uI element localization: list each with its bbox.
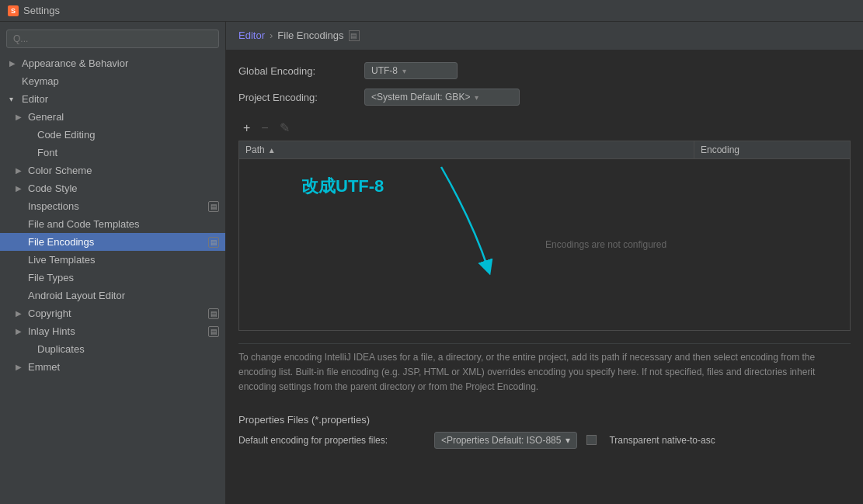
arrow-icon: ▶ <box>16 309 25 318</box>
breadcrumb-icon: ▤ <box>349 30 360 41</box>
table-body: Encodings are not configured 改成UTF-8 <box>239 159 850 330</box>
global-encoding-row: Global Encoding: UTF-8 ▾ <box>238 62 851 79</box>
arrow-icon: ▶ <box>16 184 25 193</box>
sidebar-label: File and Code Templates <box>28 218 219 230</box>
transparent-label: Transparent native-to-asc <box>609 435 715 446</box>
sidebar-label: Inspections <box>28 200 205 212</box>
sidebar-item-duplicates[interactable]: ▶Duplicates <box>0 340 225 358</box>
sidebar: ▶Appearance & Behavior▶Keymap▾Editor▶Gen… <box>0 22 226 504</box>
global-encoding-chevron: ▾ <box>402 67 406 75</box>
search-input[interactable] <box>6 30 219 48</box>
breadcrumb-parent[interactable]: Editor <box>238 30 265 41</box>
arrow-icon: ▶ <box>16 166 25 175</box>
sidebar-label: Code Style <box>28 182 219 194</box>
project-encoding-row: Project Encoding: <System Default: GBK> … <box>238 89 851 106</box>
project-encoding-value: <System Default: GBK> <box>371 92 470 103</box>
sidebar-label: Emmet <box>28 361 219 373</box>
breadcrumb-separator: › <box>270 30 273 41</box>
sidebar-item-code-style[interactable]: ▶Code Style <box>0 179 225 197</box>
sidebar-label: Live Templates <box>28 254 219 266</box>
window-title: Settings <box>23 5 60 16</box>
sidebar-item-editor[interactable]: ▾Editor <box>0 90 225 108</box>
app-icon: S <box>8 5 19 16</box>
encodings-table: Path ▲ Encoding Encodings are not config… <box>238 141 851 331</box>
arrow-icon: ▶ <box>16 363 25 371</box>
breadcrumb-current: File Encodings <box>277 30 343 41</box>
sidebar-item-appearance-behavior[interactable]: ▶Appearance & Behavior <box>0 54 225 72</box>
add-encoding-button[interactable]: + <box>238 118 255 137</box>
content-area: Editor › File Encodings ▤ Global Encodin… <box>226 22 863 504</box>
badge-icon: ▤ <box>208 326 219 337</box>
empty-text: Encodings are not configured <box>545 239 666 250</box>
arrow-icon: ▶ <box>16 327 25 335</box>
global-encoding-label: Global Encoding: <box>238 65 355 77</box>
arrow-icon: ▾ <box>9 95 19 103</box>
sidebar-item-emmet[interactable]: ▶Emmet <box>0 358 225 376</box>
info-text: To change encoding IntelliJ IDEA uses fo… <box>238 343 851 401</box>
properties-encoding-chevron: ▾ <box>565 435 570 446</box>
sidebar-item-live-templates[interactable]: ▶Live Templates <box>0 251 225 269</box>
breadcrumb: Editor › File Encodings ▤ <box>226 22 863 50</box>
sidebar-label: Color Scheme <box>28 165 219 176</box>
arrow-icon: ▶ <box>9 59 19 68</box>
sidebar-label: Appearance & Behavior <box>22 57 219 69</box>
properties-encoding-dropdown[interactable]: <Properties Default: ISO-885 ▾ <box>434 432 577 449</box>
sort-arrow-icon: ▲ <box>268 146 276 155</box>
sidebar-item-file-types[interactable]: ▶File Types <box>0 269 225 287</box>
settings-panel: Global Encoding: UTF-8 ▾ Project Encodin… <box>226 50 863 504</box>
properties-encoding-value: <Properties Default: ISO-885 <box>441 435 561 446</box>
sidebar-label: Duplicates <box>37 343 219 355</box>
encoding-toolbar: + − ✎ <box>238 115 851 141</box>
global-encoding-value: UTF-8 <box>371 65 398 76</box>
badge-icon: ▤ <box>208 308 219 319</box>
sidebar-label: File Types <box>28 272 219 283</box>
sidebar-item-font[interactable]: ▶Font <box>0 144 225 162</box>
properties-title: Properties Files (*.properties) <box>238 414 851 426</box>
badge-icon: ▤ <box>208 201 219 212</box>
properties-section: Properties Files (*.properties) Default … <box>238 414 851 449</box>
global-encoding-dropdown[interactable]: UTF-8 ▾ <box>364 62 458 79</box>
sidebar-item-color-scheme[interactable]: ▶Color Scheme <box>0 162 225 179</box>
sidebar-item-inspections[interactable]: ▶Inspections▤ <box>0 197 225 215</box>
sidebar-label: Keymap <box>22 75 219 87</box>
project-encoding-chevron: ▾ <box>475 93 478 102</box>
sidebar-label: Editor <box>22 93 219 105</box>
sidebar-item-android-layout-editor[interactable]: ▶Android Layout Editor <box>0 287 225 304</box>
default-properties-label: Default encoding for properties files: <box>238 435 425 446</box>
title-bar: S Settings <box>0 0 863 22</box>
annotation-arrow <box>395 159 550 283</box>
sidebar-label: File Encodings <box>28 236 205 248</box>
sidebar-label: Font <box>37 147 219 158</box>
sidebar-label: Android Layout Editor <box>28 290 219 301</box>
sidebar-label: Inlay Hints <box>28 325 205 337</box>
edit-encoding-button[interactable]: ✎ <box>275 118 294 137</box>
sidebar-item-file-encodings[interactable]: ▶File Encodings▤ <box>0 233 225 251</box>
table-header: Path ▲ Encoding <box>239 141 850 159</box>
sidebar-label: Copyright <box>28 308 205 319</box>
properties-row: Default encoding for properties files: <… <box>238 432 851 449</box>
sidebar-item-copyright[interactable]: ▶Copyright▤ <box>0 304 225 322</box>
table-empty-area: Encodings are not configured 改成UTF-8 <box>239 159 850 330</box>
sidebar-item-general[interactable]: ▶General <box>0 108 225 126</box>
sidebar-item-code-editing[interactable]: ▶Code Editing <box>0 126 225 144</box>
project-encoding-label: Project Encoding: <box>238 92 355 103</box>
sidebar-item-keymap[interactable]: ▶Keymap <box>0 72 225 90</box>
annotation-text: 改成UTF-8 <box>301 175 384 198</box>
transparent-checkbox[interactable] <box>586 435 597 445</box>
encoding-column-header: Encoding <box>694 141 850 158</box>
remove-encoding-button[interactable]: − <box>256 118 273 137</box>
project-encoding-dropdown[interactable]: <System Default: GBK> ▾ <box>364 89 520 106</box>
badge-icon: ▤ <box>208 237 219 248</box>
main-container: ▶Appearance & Behavior▶Keymap▾Editor▶Gen… <box>0 22 863 504</box>
sidebar-label: General <box>28 111 219 123</box>
arrow-icon: ▶ <box>16 113 25 121</box>
sidebar-item-inlay-hints[interactable]: ▶Inlay Hints▤ <box>0 322 225 340</box>
path-column-header[interactable]: Path ▲ <box>239 141 694 158</box>
sidebar-label: Code Editing <box>37 129 219 141</box>
sidebar-item-file-code-templates[interactable]: ▶File and Code Templates <box>0 215 225 233</box>
